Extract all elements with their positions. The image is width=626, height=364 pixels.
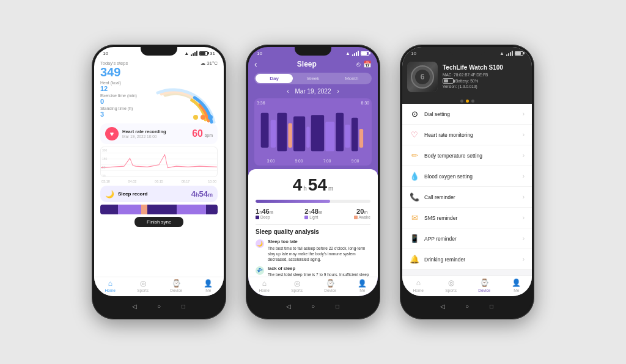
recent-btn-2[interactable]: □	[331, 300, 344, 312]
chart-y-labels: 3001505030	[102, 148, 107, 177]
bottom-nav-2: ⌂ Home ◎ Sports ⌚ Device 👤 Me	[248, 277, 378, 296]
home-btn-1[interactable]: ○	[153, 300, 165, 312]
battery-1	[199, 51, 208, 56]
call-label: Call reminder	[424, 194, 455, 200]
phones-container: 10 ▲ 31	[79, 32, 547, 332]
deep-value: 1h46m	[256, 208, 273, 215]
nav-device-2[interactable]: ⌚ Device	[324, 280, 336, 293]
recent-btn-1[interactable]: □	[177, 300, 190, 312]
tab-day[interactable]: Day	[256, 74, 293, 83]
nav-device-3[interactable]: ⌚ Device	[478, 278, 490, 293]
me-icon-1: 👤	[204, 280, 213, 287]
nav-home-1[interactable]: ⌂ Home	[105, 280, 116, 293]
device-dots	[402, 97, 532, 104]
chart-x-labels: 03:1004:0206:1508:1710:00	[100, 180, 218, 183]
nav-device-label-2: Device	[324, 288, 336, 293]
sleep-bars-svg	[254, 109, 372, 158]
nav-home-3[interactable]: ⌂ Home	[413, 278, 424, 293]
svg-rect-6	[277, 113, 287, 151]
time-2: 10	[257, 51, 262, 56]
chart-time-top: 3:36 8:30	[254, 101, 372, 105]
back-btn-2[interactable]: ◁	[282, 300, 295, 312]
menu-sms-reminder[interactable]: ✉ SMS reminder ›	[402, 208, 532, 228]
heart-date: Mar 19, 2022 10:00	[122, 134, 166, 139]
menu-call-reminder[interactable]: 📞 Call reminder ›	[402, 187, 532, 208]
device-icon-2: ⌚	[326, 280, 335, 287]
sleep-seg-deep3	[206, 205, 218, 214]
sleep-seg-deep2	[147, 205, 177, 214]
arrow-heart: ›	[523, 131, 525, 138]
sleep-white-area: 4 h 54 m 1h46m Deep	[248, 169, 378, 277]
menu-item-left-dial: ⊙ Dial setting	[410, 109, 450, 118]
nav-me-3[interactable]: 👤 Me	[512, 278, 521, 293]
standing-stat: Standing time (h) 3	[100, 106, 137, 118]
nav-me-2[interactable]: 👤 Me	[358, 280, 367, 293]
nav-device-1[interactable]: ⌚ Device	[170, 280, 182, 293]
share-icon-2[interactable]: ⎋	[356, 60, 361, 68]
menu-dial-setting[interactable]: ⊙ Dial setting ›	[402, 104, 532, 125]
phone-home: 10 ▲ 31	[92, 45, 226, 319]
menu-drinking-reminder[interactable]: 🔔 Drinking reminder ›	[402, 249, 532, 270]
back-btn-3[interactable]: ◁	[436, 300, 449, 312]
menu-item-left-drink: 🔔 Drinking reminder	[410, 255, 465, 264]
device-header: 6 TechLife Watch S100 MAC: 78:02:B7:4F:D…	[402, 57, 532, 97]
status-icons-1: ▲ 31	[184, 51, 215, 56]
home-btn-2[interactable]: ○	[307, 300, 319, 312]
sleep-time: 4h54m	[191, 189, 213, 198]
exercise-label: Exercise time (min)	[100, 93, 137, 98]
home-icon-2: ⌂	[262, 280, 267, 287]
calendar-icon-2[interactable]: 📅	[363, 60, 372, 68]
sleep-late-icon: 🌙	[256, 239, 264, 248]
deep-dot	[256, 216, 259, 219]
heart-chart-svg	[101, 147, 217, 177]
heart-rate-value: 60 bpm	[192, 128, 213, 139]
drink-label: Drinking reminder	[424, 257, 465, 263]
svg-rect-11	[325, 122, 334, 151]
device-name: TechLife Watch S100	[443, 64, 527, 71]
sleep-late-text: Sleep too late The best time to fall asl…	[268, 239, 370, 262]
menu-body-temp[interactable]: ✏ Body temperature setting ›	[402, 145, 532, 166]
weather: ☁ 31°C	[201, 60, 218, 66]
back-btn-1[interactable]: ◁	[128, 300, 141, 312]
nav-home-label-2: Home	[259, 288, 270, 293]
menu-heart-rate[interactable]: ♡ Heart rate monitoring ›	[402, 125, 532, 145]
next-date-btn[interactable]: ›	[337, 88, 339, 95]
bpm-number: 60	[192, 128, 203, 139]
minutes-unit: m	[328, 185, 333, 192]
watch-svg: 6	[410, 65, 435, 89]
total-minutes: 54	[308, 175, 327, 195]
nav-home-label-3: Home	[413, 288, 424, 293]
dot-heat	[193, 115, 198, 120]
heart-rate-left: ♥ Heart rate recording Mar 19, 2022 10:0…	[105, 127, 166, 140]
phone-sleep-inner: 10 ▲ ‹ Sleep ⎋	[248, 47, 378, 296]
svg-rect-4	[261, 113, 269, 148]
nav-sports-3[interactable]: ◎ Sports	[445, 278, 457, 293]
blood-oxygen-label: Blood oxygen setting	[424, 173, 473, 180]
home-btn-3[interactable]: ○	[461, 300, 473, 312]
battery-2	[361, 51, 369, 56]
steps-value: 349	[100, 66, 128, 78]
sleep-label: Sleep record	[118, 191, 147, 197]
wifi-icon-2: ▲	[345, 51, 350, 56]
tab-week[interactable]: Week	[294, 74, 331, 83]
nav-sports-2[interactable]: ◎ Sports	[291, 280, 303, 293]
phone-device: 10 ▲	[400, 45, 534, 319]
bottom-nav-1: ⌂ Home ◎ Sports ⌚ Device 👤 Me	[94, 277, 224, 296]
recent-btn-3[interactable]: □	[485, 300, 498, 312]
tab-month[interactable]: Month	[333, 74, 370, 83]
nav-sports-1[interactable]: ◎ Sports	[137, 280, 149, 293]
svg-rect-14	[352, 118, 358, 151]
menu-blood-oxygen[interactable]: 💧 Blood oxygen setting ›	[402, 166, 532, 187]
heart-chart-area: 3001505030	[100, 147, 218, 177]
prev-date-btn[interactable]: ‹	[287, 88, 289, 95]
sports-icon-3: ◎	[448, 278, 454, 287]
nav-home-2[interactable]: ⌂ Home	[259, 280, 270, 293]
wifi-icon-1: ▲	[184, 51, 189, 56]
sync-button[interactable]: Finish sync	[134, 217, 183, 227]
temp-label: Body temperature setting	[424, 153, 482, 159]
sleep-left: 🌙 Sleep record	[105, 190, 147, 198]
light-label: Light	[304, 215, 322, 219]
menu-app-reminder[interactable]: 📱 APP reminder ›	[402, 228, 532, 249]
nav-home-label-1: Home	[105, 288, 116, 293]
nav-me-1[interactable]: 👤 Me	[204, 280, 213, 293]
